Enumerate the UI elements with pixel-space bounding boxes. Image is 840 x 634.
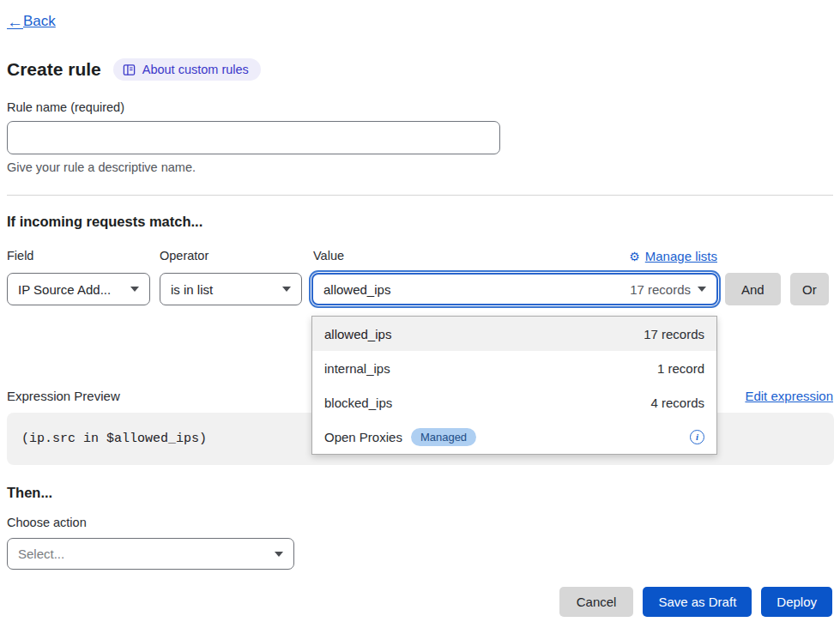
save-as-draft-button[interactable]: Save as Draft [643, 587, 752, 617]
dropdown-item-internal-ips[interactable]: internal_ips 1 record [312, 351, 716, 385]
dropdown-item-meta: 1 record [657, 361, 704, 376]
chevron-down-icon [275, 552, 283, 557]
page-title: Create rule [7, 59, 101, 80]
action-select-placeholder: Select... [18, 546, 64, 561]
create-rule-page: ← Back Create rule About custom rules Ru… [0, 0, 840, 634]
section-divider [7, 195, 833, 196]
action-select[interactable]: Select... [7, 538, 294, 570]
operator-select-value: is in list [171, 282, 213, 297]
managed-badge: Managed [411, 428, 476, 446]
value-select[interactable]: allowed_ips 17 records [311, 273, 718, 305]
dropdown-item-blocked-ips[interactable]: blocked_ips 4 records [312, 385, 716, 420]
rule-name-input[interactable] [7, 121, 500, 154]
back-arrow-icon: ← [7, 14, 23, 30]
deploy-button[interactable]: Deploy [761, 587, 832, 617]
field-label: Field [7, 249, 33, 263]
dropdown-item-meta: 4 records [650, 395, 704, 410]
dropdown-item-meta: 17 records [644, 327, 704, 341]
expression-preview-label: Expression Preview [7, 389, 120, 403]
book-icon [123, 63, 136, 76]
dropdown-item-name: Open Proxies [324, 430, 402, 444]
dropdown-item-name: internal_ips [324, 361, 390, 376]
about-custom-rules-badge[interactable]: About custom rules [113, 58, 261, 81]
gear-icon: ⚙ [629, 250, 640, 263]
and-button[interactable]: And [725, 273, 781, 305]
back-label: Back [23, 13, 56, 30]
info-icon[interactable]: i [690, 430, 704, 444]
cancel-button[interactable]: Cancel [559, 587, 634, 617]
manage-lists-link[interactable]: ⚙ Manage lists [629, 249, 717, 263]
chevron-down-icon [698, 287, 706, 292]
dropdown-item-name: blocked_ips [324, 395, 392, 410]
match-section-heading: If incoming requests match... [7, 214, 202, 230]
chevron-down-icon [282, 287, 291, 292]
edit-expression-link[interactable]: Edit expression [745, 389, 833, 403]
manage-lists-label: Manage lists [645, 249, 717, 263]
or-button[interactable]: Or [790, 273, 829, 305]
dropdown-item-allowed-ips[interactable]: allowed_ips 17 records [312, 317, 716, 351]
value-dropdown-menu: allowed_ips 17 records internal_ips 1 re… [311, 316, 717, 455]
dropdown-item-name: allowed_ips [324, 327, 391, 341]
rule-name-helper: Give your rule a descriptive name. [7, 160, 196, 174]
value-select-value: allowed_ips [323, 282, 390, 297]
rule-name-label: Rule name (required) [7, 100, 124, 114]
expression-code: (ip.src in $allowed_ips) [21, 432, 207, 446]
back-link[interactable]: ← Back [7, 13, 56, 30]
value-label: Value [313, 249, 344, 263]
dropdown-item-open-proxies[interactable]: Open Proxies Managed i [312, 420, 716, 454]
badge-label: About custom rules [142, 63, 249, 76]
value-select-meta: 17 records [630, 282, 691, 297]
chevron-down-icon [130, 287, 139, 292]
field-select[interactable]: IP Source Add... [7, 273, 150, 305]
field-select-value: IP Source Add... [18, 282, 111, 297]
choose-action-label: Choose action [7, 516, 87, 529]
then-section-heading: Then... [7, 485, 52, 501]
operator-select[interactable]: is in list [160, 273, 302, 305]
operator-label: Operator [160, 249, 208, 263]
